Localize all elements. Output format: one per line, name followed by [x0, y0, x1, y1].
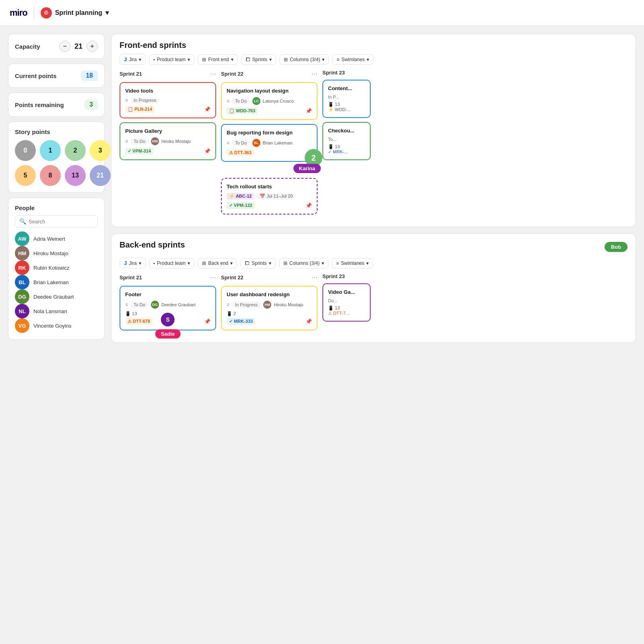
sp-2[interactable]: 2 — [65, 140, 86, 161]
fe-card-picture-gallery: Picture Gallery ≡ To Do HM Hiroku Mostaj… — [120, 122, 216, 160]
avatar-hm-pg: HM — [151, 137, 159, 145]
sp-5[interactable]: 5 — [15, 165, 36, 186]
fe-card-tech-rollout-badges: ⚡ ABC-12 📅 Jul 11–Jul 20 — [227, 193, 312, 200]
filter-sprints-fe[interactable]: ⧠ Sprints ▾ — [241, 54, 276, 65]
fe-sprint-21-header: Sprint 21 ··· — [120, 70, 216, 78]
fe-sprint-23-header: Sprint 23 — [322, 70, 371, 76]
backend-filters: J Jira ▾ ▪ Product team ▾ ⊞ Back end ▾ — [120, 258, 627, 268]
current-points-card: Current points 18 — [8, 64, 105, 88]
swimlanes-icon-fe: ≡ — [336, 57, 339, 62]
person-brian[interactable]: BL Brian Lakeman — [15, 275, 98, 289]
capacity-minus-button[interactable]: − — [59, 41, 70, 52]
fe-card-bug-reporting: Bug reporting form design ≡ To Do BL Bri… — [221, 124, 318, 162]
filter-board-be[interactable]: ⊞ Back end ▾ — [198, 258, 237, 268]
be-sprint-22-menu[interactable]: ··· — [312, 273, 318, 282]
sp-8[interactable]: 8 — [40, 165, 61, 186]
fe-sprint-22-menu[interactable]: ··· — [312, 70, 318, 78]
avatar-nola: NL — [15, 304, 29, 318]
filter-jira-be-label: Jira — [129, 260, 136, 266]
sprints-icon-be: ⧠ — [245, 260, 250, 266]
fe-sprint-21: Sprint 21 ··· Video tools ≡ In Progress … — [120, 70, 216, 219]
sp-0[interactable]: 0 — [15, 140, 36, 161]
sp-1[interactable]: 1 — [40, 140, 61, 161]
fe-card-nav-layout-title: Navigation layout design — [227, 88, 312, 94]
fe-card-checkout-meta: To... — [328, 137, 365, 142]
sp-13[interactable]: 13 — [65, 165, 86, 186]
right-panel: Front-end sprints J Jira ▾ ▪ Product tea… — [111, 34, 636, 636]
fe-card-nav-layout-meta: ≡ To Do LC Latonya Crusco — [227, 97, 312, 105]
story-points-card: Story points 0 1 2 3 5 8 13 21 — [8, 122, 105, 193]
capacity-card: Capacity − 21 + — [8, 34, 105, 59]
pin-icon-footer[interactable]: 📌 — [204, 318, 211, 324]
filter-jira-fe-chevron: ▾ — [139, 57, 141, 62]
pin-icon-ud[interactable]: 📌 — [305, 318, 312, 324]
abc-badge-tr: ⚡ ABC-12 — [227, 193, 254, 200]
filter-board-fe-chevron: ▾ — [231, 57, 233, 62]
filter-board-fe[interactable]: ⊞ Front end ▾ — [198, 54, 237, 65]
menu-icon-ud: ≡ — [227, 302, 229, 308]
be-sprint-22-header: Sprint 22 ··· — [221, 273, 318, 282]
pin-icon-nl[interactable]: 📌 — [305, 108, 312, 114]
person-rubin[interactable]: RK Rubin Kotowicz — [15, 260, 98, 275]
filter-jira-fe[interactable]: J Jira ▾ — [120, 54, 146, 65]
person-vincente[interactable]: VG Vincente Goyins — [15, 318, 98, 333]
backend-sprints-scroll: Sprint 21 ··· Footer ≡ To Do DG Deedee G… — [111, 273, 636, 343]
pin-icon-tr[interactable]: 📌 — [305, 202, 312, 208]
filter-swimlanes-fe[interactable]: ≡ Swimlanes ▾ — [332, 54, 374, 65]
person-deedee[interactable]: DG Deedee Graubart — [15, 289, 98, 304]
be-ud-sub: 📱 2 — [227, 311, 312, 316]
avatar-adria: AW — [15, 231, 29, 246]
be-sprint-21-header: Sprint 21 ··· — [120, 273, 216, 282]
fe-content-id2: ⚡ WDD-... — [328, 107, 365, 112]
people-search-input[interactable] — [29, 219, 93, 225]
people-card: People 🔍 AW Adria Weinert HM Hiroku Most… — [8, 198, 105, 340]
filter-sprints-be-label: Sprints — [252, 260, 266, 266]
people-label: People — [15, 204, 98, 211]
fe-card-bug-reporting-id: ⚠ DTT-363 — [227, 149, 254, 156]
be-videoga-id1: 📱 13 — [328, 305, 365, 311]
columns-icon-be: ⊞ — [283, 260, 287, 266]
filter-team-be[interactable]: ▪ Product team ▾ — [149, 258, 195, 268]
be-sprint-21-menu[interactable]: ··· — [210, 273, 216, 282]
fe-sprint-22-header: Sprint 22 ··· — [221, 70, 318, 78]
pin-icon-pg[interactable]: 📌 — [204, 148, 211, 154]
fe-checkout-id1: 📱 13 — [328, 144, 365, 149]
backend-title-row: Back-end sprints Bob — [120, 240, 627, 254]
be-sprint-22-title: Sprint 22 — [221, 275, 244, 281]
filter-team-fe[interactable]: ▪ Product team ▾ — [149, 54, 195, 65]
capacity-plus-button[interactable]: + — [87, 41, 98, 52]
be-card-videoga-meta: Do... — [328, 298, 365, 303]
fe-sprint-21-menu[interactable]: ··· — [210, 70, 216, 78]
sp-21[interactable]: 21 — [90, 165, 111, 186]
filter-sprints-be[interactable]: ⧠ Sprints ▾ — [240, 258, 275, 268]
filter-columns-be-chevron: ▾ — [322, 260, 324, 266]
fe-card-picture-gallery-meta: ≡ To Do HM Hiroku Mostajo — [125, 137, 211, 145]
fe-card-bug-reporting-id-row: ⚠ DTT-363 📌 — [227, 149, 312, 156]
fe-card-video-tools-status: In Progress — [130, 97, 159, 103]
filter-team-fe-chevron: ▾ — [188, 57, 190, 62]
filter-swimlanes-fe-label: Swimlanes — [341, 57, 365, 62]
fe-card-checkout: Checkou... To... 📱 13 ✓ MRK-... — [322, 122, 371, 160]
people-search-box[interactable]: 🔍 — [15, 215, 98, 227]
person-name-adria: Adria Weinert — [33, 236, 65, 242]
be-card-user-dashboard-title: User dashboard redesign — [227, 291, 312, 297]
board-title-area[interactable]: 🎯 Sprint planning ▾ — [41, 7, 109, 19]
be-videoga-id2: ⚠ DTT-7... — [328, 311, 365, 316]
fe-checkout-status: To... — [328, 137, 336, 142]
filter-swimlanes-be[interactable]: ≡ Swimlanes ▾ — [332, 258, 373, 268]
topbar-divider — [34, 7, 34, 19]
filter-jira-be[interactable]: J Jira ▾ — [120, 258, 146, 268]
filter-columns-be[interactable]: ⊞ Columns (3/4) ▾ — [279, 258, 328, 268]
dtt-badge-br: ⚠ DTT-363 — [227, 149, 254, 156]
fe-content-id1: 📱 13 — [328, 102, 365, 107]
sp-3[interactable]: 3 — [90, 140, 111, 161]
person-hiroku[interactable]: HM Hiroku Mostajo — [15, 246, 98, 260]
pin-icon-vt[interactable]: 📌 — [204, 106, 211, 112]
filter-columns-fe[interactable]: ⊞ Columns (3/4) ▾ — [279, 54, 329, 65]
capacity-value: 21 — [74, 42, 83, 51]
person-adria[interactable]: AW Adria Weinert — [15, 231, 98, 246]
person-nola[interactable]: NL Nola Lansman — [15, 304, 98, 318]
swimlanes-icon-be: ≡ — [336, 260, 339, 266]
filter-swimlanes-be-chevron: ▾ — [366, 260, 369, 266]
backend-board-header: Back-end sprints Bob J Jira ▾ ▪ Product … — [111, 234, 636, 273]
